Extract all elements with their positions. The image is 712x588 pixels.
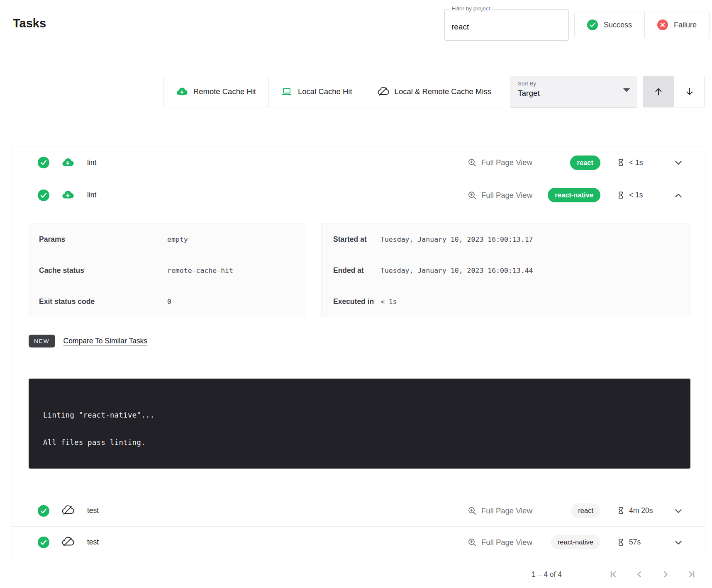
laptop-icon [281, 86, 292, 97]
cache-status-label: Cache status [39, 266, 167, 275]
remote-cache-hit-label: Remote Cache Hit [193, 87, 256, 96]
task-duration: 57s [629, 538, 641, 547]
task-name: test [87, 538, 99, 547]
task-name: lint [87, 191, 96, 199]
remote-cache-hit-icon [62, 157, 74, 169]
full-page-view-link[interactable]: Full Page View [467, 190, 532, 200]
next-page-button[interactable] [660, 569, 671, 580]
task-params-panel: Params empty Cache status remote-cache-h… [29, 224, 306, 317]
full-page-view-label: Full Page View [481, 538, 532, 547]
success-filter-label: Success [604, 21, 632, 29]
task-name: lint [87, 158, 96, 167]
cache-status-value: remote-cache-hit [167, 267, 233, 275]
cache-miss-label: Local & Remote Cache Miss [395, 87, 491, 96]
remote-cache-hit-icon [62, 189, 74, 201]
failure-filter-label: Failure [674, 21, 697, 29]
hourglass-icon [616, 506, 625, 515]
toolbar: Remote Cache Hit Local Cache Hit Local &… [163, 76, 705, 107]
full-page-view-link[interactable]: Full Page View [467, 158, 532, 168]
zoom-in-icon [467, 190, 477, 200]
cache-status-row: Cache status remote-cache-hit [29, 255, 306, 286]
task-row-test-react[interactable]: test Full Page View react 4m 20s [12, 495, 705, 526]
cache-miss-icon [62, 505, 74, 517]
exit-code-row: Exit status code 0 [29, 286, 306, 317]
local-cache-hit-filter-button[interactable]: Local Cache Hit [268, 76, 365, 107]
task-row-lint-react-native[interactable]: lint Full Page View react-native < 1s [12, 179, 705, 211]
failure-x-icon [657, 19, 668, 30]
task-timing-panel: Started at Tuesday, January 10, 2023 16:… [321, 224, 690, 317]
executed-in-row: Executed in < 1s [322, 286, 690, 317]
task-row-lint-react[interactable]: lint Full Page View react < 1s [12, 146, 705, 179]
task-name: test [87, 506, 99, 515]
executed-in-label: Executed in [333, 297, 380, 306]
failure-filter-button[interactable]: Failure [645, 12, 709, 38]
pagination: 1 – 4 of 4 [532, 569, 697, 580]
success-status-icon [38, 505, 49, 517]
project-badge: react-native [551, 535, 600, 549]
terminal-output: Linting "react-native"... All files pass… [29, 379, 690, 469]
chevron-down-icon[interactable] [673, 157, 684, 168]
sort-descending-button[interactable] [674, 76, 705, 107]
success-status-icon [38, 190, 49, 201]
next-page-icon [660, 569, 671, 580]
previous-page-button[interactable] [634, 569, 645, 580]
row-actions: Full Page View react-native < 1s [467, 188, 684, 202]
full-page-view-label: Full Page View [481, 191, 532, 200]
project-badge: react [571, 503, 600, 518]
full-page-view-label: Full Page View [481, 506, 532, 515]
full-page-view-link[interactable]: Full Page View [467, 506, 532, 516]
exit-code-value: 0 [167, 298, 171, 306]
pagination-range-label: 1 – 4 of 4 [532, 570, 562, 579]
ended-at-label: Ended at [333, 266, 380, 275]
hourglass-icon [616, 538, 625, 547]
tasks-page: Tasks Filter by project Success Failure … [0, 0, 712, 588]
zoom-in-icon [467, 537, 477, 547]
started-at-value: Tuesday, January 10, 2023 16:00:13.17 [380, 236, 533, 243]
project-badge: react-native [548, 188, 600, 202]
sort-by-select[interactable]: Sort By Target [510, 76, 637, 107]
row-actions: Full Page View react 4m 20s [467, 503, 684, 518]
previous-page-icon [634, 569, 645, 580]
cloud-download-icon [176, 86, 188, 97]
params-label: Params [39, 235, 167, 244]
last-page-icon [686, 569, 697, 580]
project-filter-input[interactable] [445, 10, 568, 40]
detail-panels: Params empty Cache status remote-cache-h… [29, 224, 690, 317]
project-filter-field[interactable]: Filter by project [444, 9, 569, 41]
first-page-icon [608, 569, 619, 580]
hourglass-icon [616, 158, 625, 167]
cache-miss-filter-button[interactable]: Local & Remote Cache Miss [365, 76, 504, 107]
remote-cache-hit-filter-button[interactable]: Remote Cache Hit [164, 76, 268, 107]
cache-miss-icon [62, 536, 74, 548]
full-page-view-link[interactable]: Full Page View [467, 537, 532, 547]
success-filter-button[interactable]: Success [575, 12, 645, 38]
row-actions: Full Page View react-native 57s [467, 535, 684, 549]
started-at-row: Started at Tuesday, January 10, 2023 16:… [322, 224, 690, 255]
full-page-view-label: Full Page View [481, 158, 532, 167]
exit-code-label: Exit status code [39, 297, 167, 306]
compare-row: NEW Compare To Similar Tasks [29, 335, 690, 347]
sort-direction-group [643, 76, 705, 107]
executed-in-value: < 1s [380, 298, 397, 306]
compare-to-similar-tasks-link[interactable]: Compare To Similar Tasks [63, 337, 148, 345]
chevron-down-icon[interactable] [673, 505, 684, 516]
terminal-line: Linting "react-native"... [43, 411, 690, 419]
task-duration: < 1s [629, 158, 643, 167]
status-filter-group: Success Failure [574, 12, 710, 38]
chevron-down-icon[interactable] [673, 537, 684, 548]
new-badge: NEW [29, 335, 55, 347]
params-row: Params empty [29, 224, 306, 255]
sort-ascending-button[interactable] [643, 76, 674, 107]
hourglass-icon [616, 191, 625, 200]
task-duration: < 1s [629, 191, 643, 199]
first-page-button[interactable] [608, 569, 619, 580]
last-page-button[interactable] [686, 569, 697, 580]
cloud-off-icon [378, 86, 389, 97]
task-list: lint Full Page View react < 1s [12, 146, 705, 558]
task-row-test-react-native[interactable]: test Full Page View react-native 57s [12, 526, 705, 558]
params-value: empty [167, 236, 188, 243]
chevron-up-icon[interactable] [673, 190, 684, 201]
zoom-in-icon [467, 158, 477, 168]
local-cache-hit-label: Local Cache Hit [298, 87, 352, 96]
zoom-in-icon [467, 506, 477, 516]
